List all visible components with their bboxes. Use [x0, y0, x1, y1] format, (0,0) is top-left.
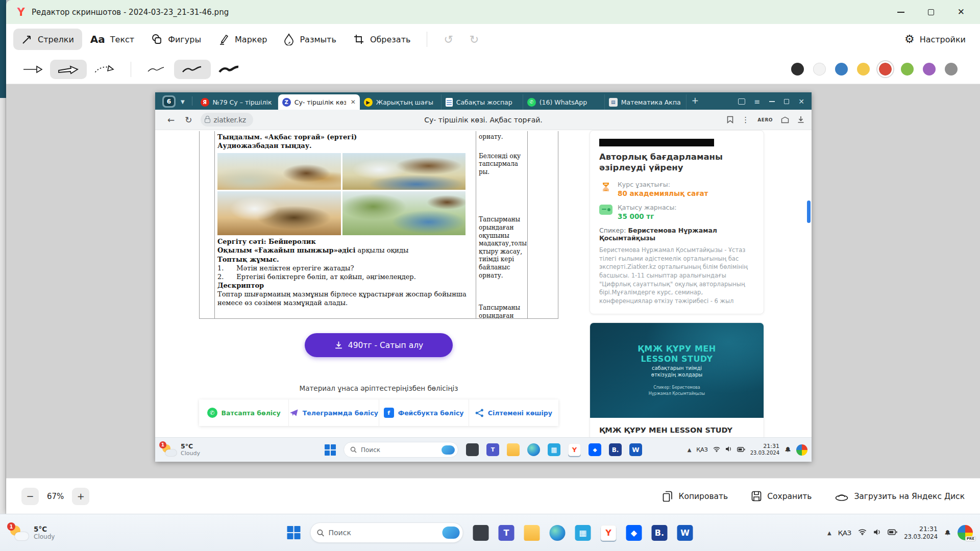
browser-restore-icon[interactable] [784, 99, 789, 104]
weather-widget[interactable]: 1 5°C Cloudy [9, 514, 55, 551]
new-tab-button[interactable]: + [692, 95, 699, 106]
color-white[interactable] [813, 63, 826, 76]
tray-chevron-icon[interactable]: ▲ [688, 447, 692, 453]
notifications-icon[interactable]: 🔔︎ [944, 529, 951, 537]
browser-tab-5[interactable]: ✆ (16) WhatsApp [523, 94, 605, 110]
yandex-browser-icon[interactable]: Y [601, 525, 617, 541]
dropbox-icon[interactable]: ◆ [589, 443, 601, 456]
minimize-button[interactable] [897, 12, 904, 13]
address-field[interactable]: ziatker.kz [201, 113, 254, 127]
marker-style-medium[interactable] [174, 60, 211, 79]
store-icon[interactable]: ▦ [575, 525, 591, 541]
buy-button[interactable]: 490тг - Сатып алу [305, 333, 453, 357]
extensions-icon[interactable] [781, 116, 789, 123]
store-icon[interactable]: ▦ [548, 443, 560, 456]
maximize-button[interactable] [928, 9, 934, 15]
undo-button[interactable]: ↺ [435, 33, 461, 46]
reload-icon[interactable]: ↻ [180, 115, 197, 125]
teams-icon[interactable]: T [499, 525, 514, 541]
tab-close-icon[interactable]: ✕ [351, 98, 356, 106]
marker-style-thick[interactable] [211, 60, 248, 79]
color-green[interactable] [901, 63, 914, 76]
browser-tab-4[interactable]: Сабақты жоспар [442, 94, 523, 110]
volume-icon[interactable] [725, 446, 732, 454]
color-black[interactable] [791, 63, 804, 76]
arrow-style-dotted[interactable] [87, 60, 122, 79]
battery-icon[interactable] [737, 446, 745, 454]
settings-button[interactable]: Настройки [920, 35, 966, 44]
yandex-browser-icon[interactable]: Y [568, 443, 581, 456]
editor-canvas[interactable]: 6 ▼ Я №79 Су – тіршілік Z Су- тіршілік к… [6, 84, 980, 478]
upload-yandex-disk-button[interactable]: Загрузить на Яндекс Диск [835, 491, 965, 502]
more-options-icon[interactable]: ⋮ [742, 115, 749, 124]
desktop-app-icon[interactable] [473, 525, 489, 541]
tool-crop[interactable]: Обрезать [345, 28, 419, 51]
start-button[interactable] [287, 526, 301, 539]
zoom-out-button[interactable]: − [21, 488, 39, 505]
share-whatsapp-button[interactable]: ✆ Ватсапта бөлісу [199, 399, 288, 426]
copy-button[interactable]: Копировать [663, 491, 728, 502]
clock[interactable]: 21:31 23.03.2024 [904, 525, 938, 540]
browser-beta-icon[interactable]: PRE [958, 525, 973, 540]
page-scrollbar-thumb[interactable] [807, 201, 811, 223]
taskbar-search[interactable]: Поиск [310, 522, 463, 543]
browser-menu-icon[interactable]: ≡ [754, 97, 761, 106]
color-yellow[interactable] [857, 63, 870, 76]
save-button[interactable]: Сохранить [751, 491, 812, 502]
tool-shapes[interactable]: Фигуры [142, 28, 209, 51]
close-button[interactable]: ✕ [958, 8, 965, 16]
taskbar-search[interactable]: Поиск [344, 442, 458, 458]
tool-arrows[interactable]: Стрелки [13, 29, 82, 50]
b-app-icon[interactable]: В. [652, 525, 668, 541]
bookmark-icon[interactable] [727, 116, 733, 123]
back-icon[interactable]: ← [162, 115, 180, 125]
color-gray[interactable] [945, 63, 958, 76]
color-purple[interactable] [923, 63, 936, 76]
word-icon[interactable]: W [677, 525, 693, 541]
browser-beta-icon[interactable] [796, 444, 807, 456]
course-card-1[interactable]: Авторлық бағдарламаны әзірлеуді үйрену К… [590, 130, 764, 314]
course-card-2[interactable]: ҚМЖ ҚҰРУ МЕН LESSON STUDY сабақтарын тиі… [590, 322, 764, 437]
color-blue[interactable] [835, 63, 848, 76]
share-facebook-button[interactable]: f Фейсбукта бөлісу [379, 399, 469, 426]
color-red-selected[interactable] [879, 63, 892, 76]
tool-blur[interactable]: Размыть [275, 28, 344, 51]
explorer-icon[interactable] [524, 525, 540, 541]
notifications-icon[interactable]: 🔔︎ [785, 446, 791, 454]
edge-icon[interactable] [527, 443, 540, 456]
marker-style-thin[interactable] [139, 60, 174, 79]
dropbox-icon[interactable]: ◆ [626, 525, 642, 541]
tray-chevron-icon[interactable]: ▲ [827, 530, 831, 536]
teams-icon[interactable]: T [486, 443, 499, 456]
word-icon[interactable]: W [629, 443, 642, 456]
browser-tab-2-active[interactable]: Z Су- тіршілік көз ✕ [278, 94, 360, 110]
edge-icon[interactable] [550, 525, 566, 541]
battery-icon[interactable] [888, 529, 897, 537]
browser-tab-1[interactable]: Я №79 Су – тіршілік [197, 94, 278, 110]
tool-marker[interactable]: Маркер [209, 28, 275, 51]
copy-link-button[interactable]: Сілтемені көшіру [469, 399, 558, 426]
wifi-icon[interactable] [858, 529, 867, 537]
browser-tab-6[interactable]: ▤ Математика Акпа [605, 94, 687, 110]
share-telegram-button[interactable]: Телеграммда бөлісу [288, 399, 378, 426]
browser-minimize-icon[interactable] [769, 101, 775, 102]
browser-tab-3[interactable]: ▶ Жарықтың шағы [360, 94, 442, 110]
tool-text[interactable]: Aa Текст [82, 28, 142, 51]
explorer-icon[interactable] [507, 443, 520, 456]
b-app-icon[interactable]: В. [609, 443, 622, 456]
tab-counter[interactable]: 6 [162, 95, 176, 108]
clock[interactable]: 21:31 23.03.2024 [750, 443, 779, 456]
start-button[interactable] [325, 444, 336, 456]
arrow-style-bold[interactable] [50, 60, 87, 79]
zoom-in-button[interactable]: + [72, 488, 89, 505]
redo-button[interactable]: ↻ [461, 33, 487, 46]
tab-list-chevron-icon[interactable]: ▼ [178, 99, 188, 105]
download-icon[interactable] [797, 116, 804, 123]
side-panel-icon[interactable] [738, 98, 745, 105]
aero-badge[interactable]: AERO [757, 117, 773, 122]
language-indicator[interactable]: ҚАЗ [696, 446, 707, 453]
desktop-app-icon[interactable] [466, 443, 479, 456]
weather-widget[interactable]: 1 5°C Cloudy [161, 438, 200, 462]
browser-close-icon[interactable]: ✕ [798, 97, 804, 106]
wifi-icon[interactable] [713, 446, 720, 454]
